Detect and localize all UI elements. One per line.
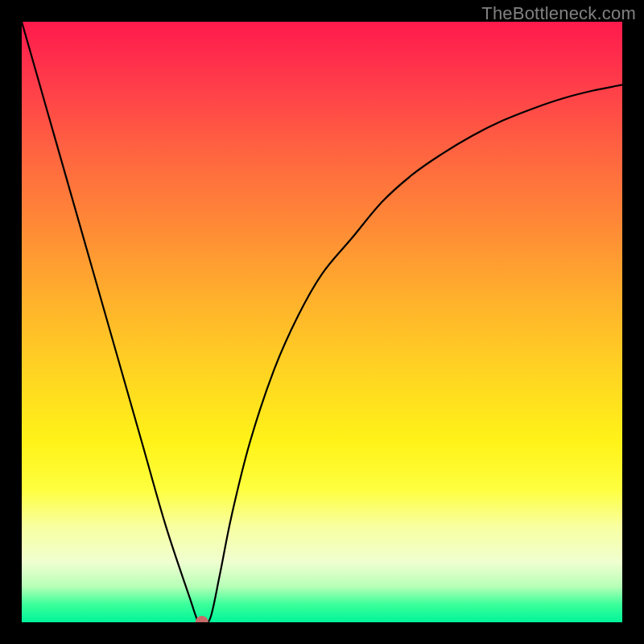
- bottleneck-curve: [22, 22, 622, 622]
- chart-frame: TheBottleneck.com: [0, 0, 644, 644]
- optimal-point-marker: [196, 616, 208, 622]
- watermark-text: TheBottleneck.com: [481, 3, 636, 24]
- plot-area: [22, 22, 622, 622]
- chart-svg: [22, 22, 622, 622]
